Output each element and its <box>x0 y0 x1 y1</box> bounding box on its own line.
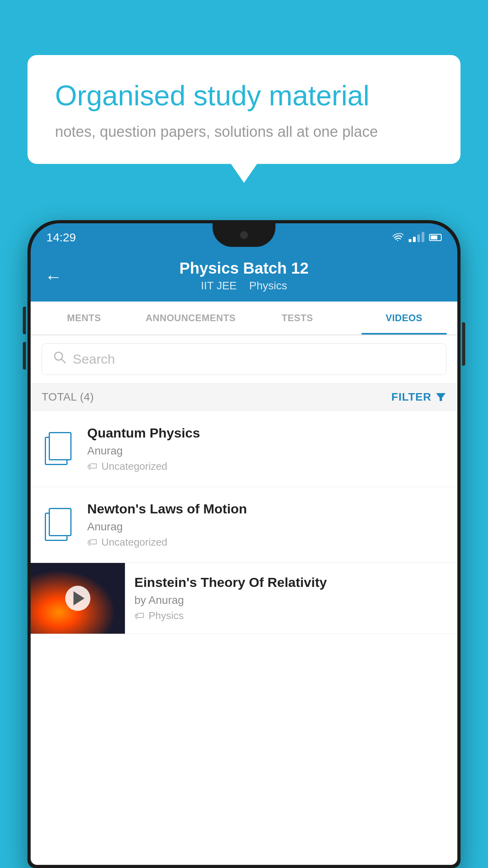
video-title: Newton's Laws of Motion <box>87 501 446 517</box>
tab-tests[interactable]: TESTS <box>244 302 351 335</box>
speech-bubble: Organised study material notes, question… <box>28 55 460 164</box>
screen-content: ← Physics Batch 12 IIT JEE Physics MENTS… <box>31 252 457 865</box>
tab-videos[interactable]: VIDEOS <box>351 302 458 335</box>
speech-bubble-title: Organised study material <box>55 79 433 112</box>
total-count: TOTAL (4) <box>42 391 94 403</box>
search-input[interactable]: Search <box>73 351 115 367</box>
side-button-power <box>462 322 465 366</box>
side-button-vol-up <box>23 307 26 334</box>
list-item[interactable]: Newton's Laws of Motion Anurag 🏷 Uncateg… <box>31 487 457 563</box>
header-title: Physics Batch 12 <box>179 259 308 277</box>
video-title: Einstein's Theory Of Relativity <box>134 575 448 590</box>
back-button[interactable]: ← <box>45 267 62 287</box>
tag-icon: 🏷 <box>134 610 145 622</box>
video-author: Anurag <box>87 445 446 457</box>
header-subtitle-iit: IIT JEE <box>201 280 237 292</box>
status-bar: 14:29 <box>31 223 457 252</box>
header-subtitle: IIT JEE Physics <box>201 280 287 292</box>
app-header: ← Physics Batch 12 IIT JEE Physics <box>31 252 457 302</box>
phone-frame: 14:29 <box>28 220 460 868</box>
filter-button[interactable]: FILTER <box>391 391 446 403</box>
video-tag: 🏷 Physics <box>134 610 448 622</box>
video-tag: 🏷 Uncategorized <box>87 460 446 473</box>
video-author: by Anurag <box>134 594 448 607</box>
battery-icon <box>429 234 442 241</box>
list-item[interactable]: Einstein's Theory Of Relativity by Anura… <box>31 563 457 634</box>
svg-marker-2 <box>436 393 446 401</box>
video-author: Anurag <box>87 520 446 533</box>
tab-announcements[interactable]: ANNOUNCEMENTS <box>138 302 244 335</box>
filter-funnel-icon <box>435 392 446 403</box>
tab-ments[interactable]: MENTS <box>31 302 138 335</box>
wifi-icon <box>391 233 404 242</box>
signal-icon <box>409 233 424 242</box>
svg-line-1 <box>62 359 65 363</box>
header-subtitle-physics: Physics <box>249 280 287 292</box>
video-title: Quantum Physics <box>87 425 446 441</box>
video-info: Newton's Laws of Motion Anurag 🏷 Uncateg… <box>87 501 446 548</box>
status-icons <box>391 233 442 242</box>
filter-label: FILTER <box>391 391 431 403</box>
search-container: Search <box>31 335 457 383</box>
tag-icon: 🏷 <box>87 460 97 473</box>
search-input-wrapper[interactable]: Search <box>42 343 446 375</box>
video-thumbnail <box>31 563 125 634</box>
video-info: Quantum Physics Anurag 🏷 Uncategorized <box>87 425 446 473</box>
tabs-bar: MENTS ANNOUNCEMENTS TESTS VIDEOS <box>31 302 457 335</box>
status-time: 14:29 <box>46 231 76 244</box>
side-button-vol-down <box>23 342 26 370</box>
video-icon-wrap <box>42 432 76 466</box>
speech-bubble-subtitle: notes, question papers, solutions all at… <box>55 123 433 140</box>
phone-inner: 14:29 <box>31 223 457 865</box>
thumbnail-bg <box>31 563 125 634</box>
video-icon-wrap <box>42 508 76 542</box>
video-info: Einstein's Theory Of Relativity by Anura… <box>125 564 457 633</box>
list-item[interactable]: Quantum Physics Anurag 🏷 Uncategorized <box>31 411 457 487</box>
search-icon <box>53 351 66 368</box>
video-tag: 🏷 Uncategorized <box>87 536 446 548</box>
document-icon <box>45 432 73 466</box>
tag-icon: 🏷 <box>87 536 97 548</box>
speech-bubble-container: Organised study material notes, question… <box>28 55 460 164</box>
camera-dot <box>240 231 248 239</box>
video-list: Quantum Physics Anurag 🏷 Uncategorized <box>31 411 457 634</box>
play-triangle-icon <box>73 591 84 605</box>
filter-bar: TOTAL (4) FILTER <box>31 383 457 411</box>
notch <box>213 223 275 247</box>
play-button[interactable] <box>65 586 90 611</box>
document-icon <box>45 508 73 542</box>
